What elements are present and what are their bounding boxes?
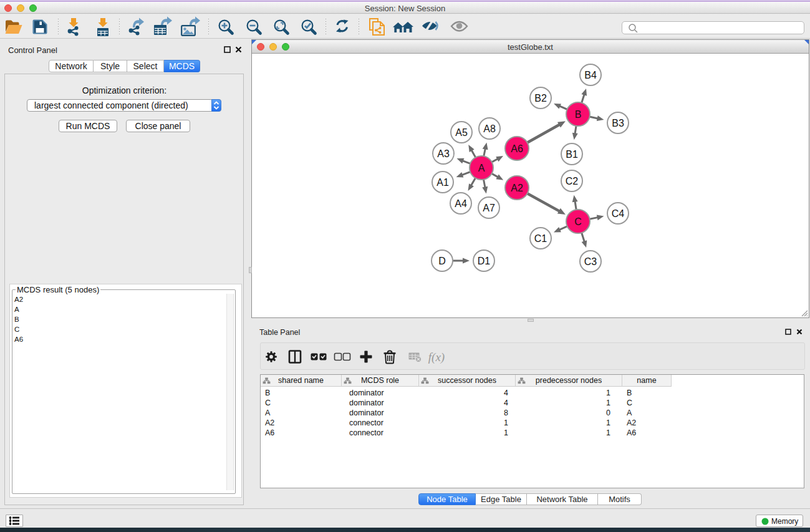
svg-text:A3: A3 [437, 148, 450, 159]
svg-text:A6: A6 [511, 143, 523, 154]
svg-text:f(x): f(x) [428, 351, 445, 364]
svg-text:C1: C1 [534, 233, 547, 244]
svg-text:A: A [478, 163, 485, 173]
svg-text:D1: D1 [478, 256, 491, 266]
svg-text:C2: C2 [566, 176, 579, 186]
svg-text:B3: B3 [612, 118, 624, 128]
svg-text:C4: C4 [612, 208, 625, 219]
svg-text:C: C [574, 216, 582, 227]
svg-text:A7: A7 [483, 203, 495, 213]
svg-text:A5: A5 [455, 127, 468, 138]
svg-text:B: B [575, 109, 582, 120]
svg-text:A1: A1 [436, 177, 449, 188]
svg-text:B4: B4 [584, 70, 597, 80]
svg-text:B1: B1 [566, 149, 578, 160]
svg-text:C3: C3 [584, 256, 597, 267]
svg-text:A4: A4 [455, 198, 467, 209]
svg-text:A8: A8 [483, 123, 496, 134]
svg-text:B2: B2 [534, 93, 547, 104]
svg-text:A2: A2 [511, 183, 523, 193]
svg-text:D: D [438, 256, 446, 266]
